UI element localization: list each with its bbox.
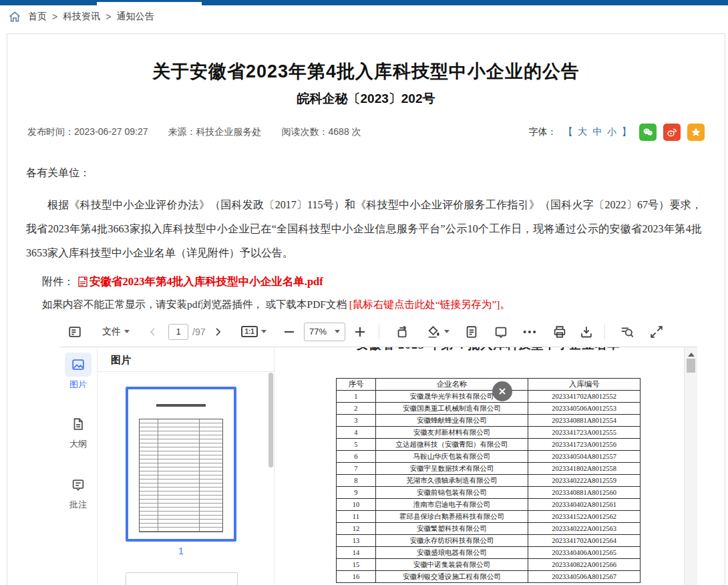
wechat-share-button[interactable] — [639, 124, 657, 141]
fill-color-button[interactable] — [426, 325, 449, 339]
panel-title: 图片 — [111, 354, 131, 367]
wechat-icon — [642, 126, 654, 138]
font-size-options[interactable]: 【 大 中 小 】 — [563, 126, 632, 138]
table-row: 13安徽永存纺织科技有限公司2023341702A0012564 — [337, 535, 641, 547]
pdf-document-title: 安徽省 2023 年第 4 批入库科技型中小企业名单 — [336, 347, 641, 353]
attachment-label: 附件： — [42, 275, 74, 289]
outline-document-icon — [71, 417, 85, 431]
page-number-input[interactable] — [168, 324, 188, 340]
pdf-file-icon — [78, 276, 88, 287]
sidebar-tab-label: 大纲 — [69, 438, 87, 450]
thumbnail-page-number: 1 — [126, 546, 236, 556]
table-row: 10淮南市启迪电子有限公司2023340402A8012561 — [337, 499, 641, 511]
page: 首页 > 科技资讯 > 通知公告 关于安徽省2023年第4批入库科技型中小企业的… — [0, 0, 728, 585]
pdf-hint-text: 如果内容不能正常显示，请安装pdf浏览器插件， 或下载本PDF文档 — [42, 299, 349, 310]
table-row: 11霍邱县保珍白鹅养殖科技有限公司2023341522A0012562 — [337, 511, 641, 523]
fit-mode-button[interactable]: 1:1 — [241, 326, 266, 337]
sidebar-tab-label: 图片 — [69, 379, 87, 391]
page-title: 关于安徽省2023年第4批入库科技型中小企业的公告 — [7, 59, 725, 83]
one-to-one-icon: 1:1 — [241, 326, 257, 337]
zoom-in-button[interactable] — [353, 325, 367, 339]
search-in-document-icon[interactable] — [620, 325, 634, 339]
table-row: 15安徽中诺集装袋有限公司2023340822A0012566 — [337, 559, 641, 571]
more-options-button[interactable]: ••• — [523, 326, 538, 337]
favorite-star-icon — [690, 126, 702, 138]
article-paragraph: 根据《科技型中小企业评价办法》（国科发政〔2017〕115号）和《科技型中小企业… — [26, 193, 702, 265]
zoom-level-select[interactable]: 77% — [304, 323, 345, 341]
download-button[interactable] — [579, 325, 594, 339]
close-button[interactable] — [492, 381, 512, 401]
browser-tab-fragment — [97, 0, 202, 5]
table-header-row: 序号 企业名称 入库编号 — [337, 379, 641, 391]
browser-top-strip — [0, 0, 728, 5]
company-table: 序号 企业名称 入库编号 1安徽晟华光学科技有限公司2023341702A801… — [336, 378, 641, 583]
chevron-down-icon — [444, 330, 449, 333]
file-menu-label: 文件 — [102, 326, 121, 338]
weibo-share-button[interactable] — [663, 124, 681, 141]
thumbnail-table-preview — [139, 419, 223, 532]
home-icon[interactable] — [8, 10, 21, 23]
zoom-out-button[interactable] — [283, 325, 296, 339]
thumbnail-table-column-line — [199, 419, 200, 532]
weibo-icon — [666, 126, 678, 138]
breadcrumb-notices[interactable]: 通知公告 — [116, 11, 154, 23]
attachment-row: 附件： 安徽省2023年第4批入库科技型中小企业名单.pdf — [42, 274, 323, 289]
page-thumbnail-2[interactable] — [126, 572, 238, 585]
attachment-link[interactable]: 安徽省2023年第4批入库科技型中小企业名单.pdf — [89, 274, 323, 289]
close-icon — [498, 387, 507, 396]
panel-divider — [98, 371, 274, 372]
table-row: 1安徽晟华光学科技有限公司2023341702A8012552 — [337, 391, 641, 403]
panel-scrollbar[interactable] — [268, 373, 273, 467]
article-container: 关于安徽省2023年第4批入库科技型中小企业的公告 皖科企秘〔2023〕202号… — [7, 33, 725, 585]
sidebar-tab-images[interactable]: 图片 — [65, 353, 92, 391]
previous-page-button[interactable] — [147, 326, 159, 338]
table-row: 14安徽盛琅电器有限公司2023340406A0012565 — [337, 547, 641, 559]
file-menu-button[interactable]: 文件 — [102, 326, 130, 338]
pdf-page-area: 安徽省 2023 年第 4 批入库科技型中小企业名单 序号 企业名称 入库编号 … — [275, 347, 697, 585]
sidebar-tab-outline[interactable]: 大纲 — [65, 412, 92, 450]
salutation: 各有关单位： — [26, 166, 90, 180]
source: 来源：科技企业服务处 — [168, 126, 262, 138]
zoom-level-value: 77% — [309, 327, 327, 337]
table-row: 7安徽宇呈数据技术有限公司2023341802A8012558 — [337, 463, 641, 475]
document-number: 皖科企秘〔2023〕202号 — [7, 90, 725, 108]
breadcrumb-tech-news[interactable]: 科技资讯 — [63, 11, 100, 23]
chevron-down-icon — [261, 330, 266, 333]
sidebar-toggle-icon[interactable] — [67, 325, 82, 339]
table-row: 16安徽利银交通设施工程有限公司2023340506A8012567 — [337, 571, 641, 583]
breadcrumb-separator: > — [106, 11, 111, 22]
breadcrumb-home[interactable]: 首页 — [28, 11, 47, 23]
view-count: 阅读次数：4688 次 — [282, 126, 361, 138]
rotate-page-button[interactable] — [395, 325, 410, 339]
table-row: 6马鞍山华庆包装有限公司2023340504A8012557 — [337, 451, 641, 463]
fullscreen-icon[interactable] — [649, 325, 664, 339]
font-size-label: 字体： — [528, 126, 556, 138]
save-as-link[interactable]: [鼠标右键点击此处“链接另存为”] — [349, 299, 500, 310]
sidebar-tab-label: 批注 — [69, 499, 87, 511]
page-thumbnail-1[interactable] — [126, 387, 236, 542]
scrollbar-thumb[interactable] — [687, 359, 695, 373]
next-page-button[interactable] — [212, 326, 224, 338]
toolbar-divider — [379, 325, 379, 339]
comment-icon[interactable] — [494, 325, 508, 339]
favorite-button[interactable] — [687, 124, 705, 141]
table-row: 8芜湖市久强轴承制造有限公司2023340222A8012559 — [337, 475, 641, 487]
thumbnail-panel: 图片 1 — [98, 347, 275, 585]
chevron-down-icon — [124, 330, 130, 333]
article-meta: 发布时间：2023-06-27 09:27 来源：科技企业服务处 阅读次数：46… — [27, 122, 705, 142]
breadcrumb-separator: > — [52, 11, 57, 22]
sidebar-tab-annotations[interactable]: 批注 — [65, 473, 92, 511]
print-button[interactable] — [552, 325, 567, 339]
pdf-sidebar-rail: 图片 大纲 — [59, 347, 98, 585]
pdf-hint-row: 如果内容不能正常显示，请安装pdf浏览器插件， 或下载本PDF文档 [鼠标右键点… — [42, 298, 510, 312]
toolbar-divider — [604, 325, 605, 339]
breadcrumb: 首页 > 科技资讯 > 通知公告 — [8, 10, 154, 23]
table-row: 3安徽蜂献蜂业有限公司2023340881A8012554 — [337, 415, 641, 427]
pdf-viewer: 文件 /97 1:1 77% — [59, 317, 697, 585]
notes-view-button[interactable] — [464, 325, 479, 339]
page-scrollbar[interactable] — [684, 347, 697, 585]
scroll-up-arrow-icon[interactable] — [688, 353, 695, 357]
table-row: 9安徽前锦包装有限公司2023340881A8012560 — [337, 487, 641, 499]
page-total: /97 — [192, 327, 205, 337]
pdf-hint-suffix: 。 — [500, 299, 510, 310]
